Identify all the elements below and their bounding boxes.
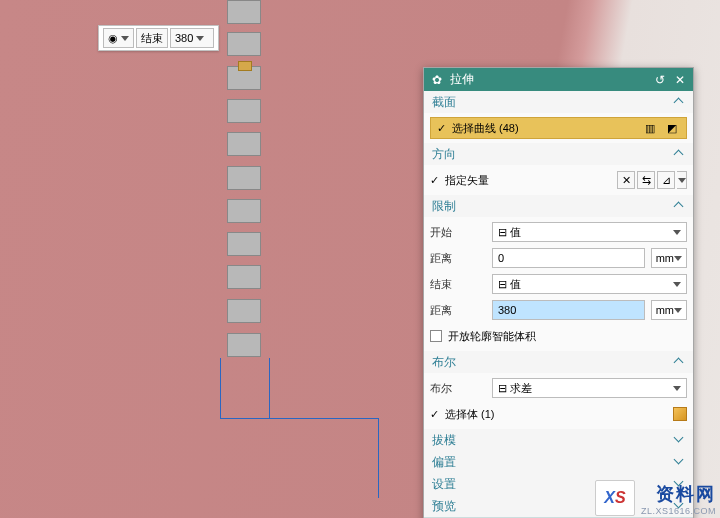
subtract-mode-icon: ⊟	[498, 382, 507, 394]
select-curve-label: 选择曲线 (48)	[452, 121, 519, 136]
dimension-line-h1	[220, 418, 378, 419]
section-settings-label: 设置	[432, 476, 456, 493]
section-body-limit: 开始 ⊟ 值 距离 mm 结束 ⊟ 值 距离 mm 开放轮廓智能体积	[424, 217, 693, 351]
unit-text: mm	[656, 304, 674, 316]
section-header-profile[interactable]: 截面	[424, 91, 693, 113]
start-distance-row: 距离 mm	[430, 247, 687, 269]
check-icon: ✓	[437, 122, 446, 135]
start-row: 开始 ⊟ 值	[430, 221, 687, 243]
watermark-logo: XS	[595, 480, 635, 516]
section-limit-label: 限制	[432, 198, 456, 215]
select-body-row[interactable]: ✓ 选择体 (1)	[430, 403, 687, 425]
start-mode-select[interactable]: ⊟ 值	[492, 222, 687, 242]
chevron-down-icon	[673, 230, 681, 235]
end-mode-text: 值	[510, 278, 521, 290]
open-profile-label: 开放轮廓智能体积	[448, 329, 536, 344]
model-block[interactable]	[227, 132, 261, 156]
dimension-line-v2	[269, 358, 270, 418]
check-icon: ✓	[430, 174, 439, 187]
section-header-draft[interactable]: 拔模	[424, 429, 693, 451]
model-block[interactable]	[227, 99, 261, 123]
open-profile-row[interactable]: 开放轮廓智能体积	[430, 325, 687, 347]
section-header-limit[interactable]: 限制	[424, 195, 693, 217]
section-header-direction[interactable]: 方向	[424, 143, 693, 165]
chevron-down-icon	[121, 36, 129, 41]
end-distance-row: 距离 mm	[430, 299, 687, 321]
chevron-down-icon	[674, 308, 682, 313]
boolean-mode-row: 布尔 ⊟ 求差	[430, 377, 687, 399]
section-direction-label: 方向	[432, 146, 456, 163]
toolbar-param-label[interactable]: 结束	[136, 28, 168, 48]
model-block[interactable]	[227, 166, 261, 190]
undo-icon[interactable]: ↺	[653, 73, 667, 87]
end-row: 结束 ⊟ 值	[430, 273, 687, 295]
specify-vector-label: 指定矢量	[445, 173, 489, 188]
model-block[interactable]	[227, 265, 261, 289]
end-distance-unit[interactable]: mm	[651, 300, 687, 320]
end-label: 结束	[430, 277, 486, 292]
dialog-title-text: 拉伸	[450, 71, 474, 88]
section-body-profile: ✓ 选择曲线 (48) ▥ ◩	[424, 113, 693, 143]
selection-marker	[238, 61, 252, 71]
gear-icon[interactable]: ✿	[430, 73, 444, 87]
model-block[interactable]	[227, 32, 261, 56]
section-boolean-label: 布尔	[432, 354, 456, 371]
chevron-up-icon	[675, 201, 685, 211]
vector-reverse-icon[interactable]: ⇆	[637, 171, 655, 189]
check-icon: ✓	[430, 408, 439, 421]
section-header-offset[interactable]: 偏置	[424, 451, 693, 473]
model-block[interactable]	[227, 199, 261, 223]
model-block[interactable]	[227, 232, 261, 256]
chevron-down-icon	[678, 178, 686, 183]
select-body-label: 选择体 (1)	[445, 407, 495, 422]
dimension-line-v1	[220, 358, 221, 418]
start-mode-text: 值	[510, 226, 521, 238]
model-block[interactable]	[227, 333, 261, 357]
extrude-dialog: ✿ 拉伸 ↺ ✕ 截面 ✓ 选择曲线 (48) ▥ ◩ 方向 ✓ 指定矢量 ✕ …	[423, 67, 694, 518]
chevron-down-icon	[674, 256, 682, 261]
section-offset-label: 偏置	[432, 454, 456, 471]
chevron-down-icon	[673, 282, 681, 287]
chevron-up-icon	[675, 149, 685, 159]
end-mode-select[interactable]: ⊟ 值	[492, 274, 687, 294]
section-draft-label: 拔模	[432, 432, 456, 449]
start-distance-unit[interactable]: mm	[651, 248, 687, 268]
curve-icon[interactable]: ◩	[664, 120, 680, 136]
watermark-main-text: 资料网	[656, 482, 716, 506]
watermark: XS 资料网 ZL.XS1616.COM	[595, 480, 716, 516]
chevron-up-icon	[675, 357, 685, 367]
boolean-mode-select[interactable]: ⊟ 求差	[492, 378, 687, 398]
close-icon[interactable]: ✕	[673, 73, 687, 87]
toolbar-icon-slot[interactable]: ◉	[103, 28, 134, 48]
start-distance-input[interactable]	[492, 248, 645, 268]
select-curve-row[interactable]: ✓ 选择曲线 (48) ▥ ◩	[430, 117, 687, 139]
floating-param-toolbar[interactable]: ◉ 结束 380	[98, 25, 219, 51]
value-mode-icon: ⊟	[498, 278, 507, 290]
chevron-down-icon	[673, 386, 681, 391]
toolbar-param-value[interactable]: 380	[170, 28, 214, 48]
start-label: 开始	[430, 225, 486, 240]
dimension-line-v3	[378, 418, 379, 498]
end-distance-label: 距离	[430, 303, 486, 318]
section-body-direction: ✓ 指定矢量 ✕ ⇆ ⊿	[424, 165, 693, 195]
model-block[interactable]	[227, 299, 261, 323]
unit-text: mm	[656, 252, 674, 264]
section-header-boolean[interactable]: 布尔	[424, 351, 693, 373]
body-icon[interactable]	[673, 407, 687, 421]
chevron-down-icon	[675, 457, 685, 467]
param-label-text: 结束	[141, 31, 163, 46]
chevron-up-icon	[675, 97, 685, 107]
sketch-icon[interactable]: ▥	[642, 120, 658, 136]
end-distance-input[interactable]	[492, 300, 645, 320]
boolean-mode-text: 求差	[510, 382, 532, 394]
vector-axis-icon[interactable]: ⊿	[657, 171, 675, 189]
section-profile-label: 截面	[432, 94, 456, 111]
section-preview-label: 预览	[432, 498, 456, 515]
start-distance-label: 距离	[430, 251, 486, 266]
dialog-titlebar[interactable]: ✿ 拉伸 ↺ ✕	[424, 68, 693, 91]
vector-more-icon[interactable]	[677, 171, 687, 189]
boolean-field-label: 布尔	[430, 381, 486, 396]
vector-pick-icon[interactable]: ✕	[617, 171, 635, 189]
model-block[interactable]	[227, 0, 261, 24]
open-profile-checkbox[interactable]	[430, 330, 442, 342]
